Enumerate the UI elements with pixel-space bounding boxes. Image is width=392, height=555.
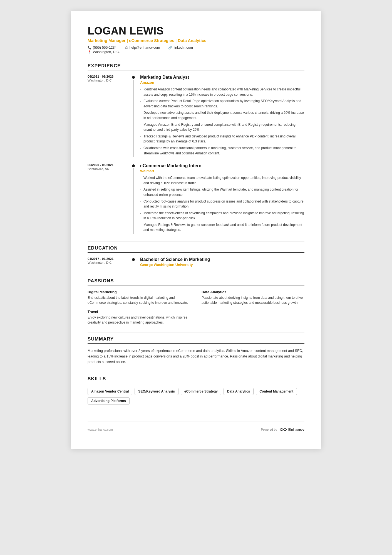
brand-name: Enhancv xyxy=(288,427,304,432)
passion-travel-title: Travel xyxy=(88,310,190,314)
skill-4: Data Analytics xyxy=(224,388,254,395)
logo-icon xyxy=(279,427,287,432)
passion-da-text: Passionate about deriving insights from … xyxy=(202,295,304,305)
skill-6: Advertising Platforms xyxy=(88,397,130,404)
entry-right-2: eCommerce Marketing Intern Walmart Worke… xyxy=(136,163,304,234)
bullet: Tracked Ratings & Reviews and developed … xyxy=(140,134,304,144)
skills-grid: Amazon Vendor Central SEO/Keyword Analys… xyxy=(88,388,304,404)
edu-left-1: 01/2017 - 01/2021 Washington, D.C. xyxy=(88,257,131,267)
passion-digital-marketing: Digital Marketing Enthusiastic about the… xyxy=(88,290,190,305)
skill-2: SEO/Keyword Analysis xyxy=(135,388,178,395)
resume-footer: www.enhancv.com Powered by Enhancv xyxy=(88,421,304,432)
bullet: Developed new advertising assets and led… xyxy=(140,110,304,120)
passion-da-title: Data Analytics xyxy=(202,290,304,294)
entry-dot-line-2 xyxy=(131,163,136,234)
bullet: Identified Amazon content optimization n… xyxy=(140,87,304,97)
email-value: help@enhancv.com xyxy=(130,46,160,50)
phone-icon: 📞 xyxy=(88,46,91,50)
linkedin-value: linkedin.com xyxy=(173,46,193,50)
passions-grid: Digital Marketing Enthusiastic about the… xyxy=(88,290,304,325)
education-entry-1: 01/2017 - 01/2021 Washington, D.C. Bache… xyxy=(88,257,304,267)
email-item: @ help@enhancv.com xyxy=(125,46,160,50)
exp-edu-divider xyxy=(88,241,304,241)
bullet: Collaborated with cross-functional partn… xyxy=(140,145,304,156)
entry-dot-1 xyxy=(132,76,135,79)
footer-url: www.enhancv.com xyxy=(88,428,113,431)
location-icon: 📍 xyxy=(88,50,91,54)
resume: LOGAN LEWIS Marketing Manager | eCommerc… xyxy=(71,11,321,449)
bullet: Managed Amazon Brand Registry and ensure… xyxy=(140,122,304,132)
passions-summary-divider xyxy=(88,332,304,332)
summary-text: Marketing professional with over 2 years… xyxy=(88,348,304,365)
edu-dot-1 xyxy=(132,258,135,261)
passion-travel-text: Enjoy exploring new cultures and travel … xyxy=(88,315,190,325)
candidate-title: Marketing Manager | eCommerce Strategies… xyxy=(88,38,304,43)
entry-left-2: 06/2020 - 05/2021 Bentonville, AR xyxy=(88,163,131,234)
header-divider xyxy=(88,59,304,59)
job2-bullets: Worked with the eCommerce team to evalua… xyxy=(140,175,304,233)
candidate-name: LOGAN LEWIS xyxy=(88,25,304,37)
skill-1: Amazon Vendor Central xyxy=(88,388,132,395)
passion-data-analytics: Data Analytics Passionate about deriving… xyxy=(202,290,304,305)
summary-title: SUMMARY xyxy=(88,336,304,344)
job2-company: Walmart xyxy=(140,169,304,173)
location-item: 📍 Washington, D.C. xyxy=(88,50,120,54)
entry-left-1: 06/2021 - 09/2023 Washington, D.C. xyxy=(88,75,131,157)
location-value: Washington, D.C. xyxy=(93,50,120,54)
bullet: Monitored the effectiveness of advertisi… xyxy=(140,211,304,221)
summary-skills-divider xyxy=(88,372,304,372)
contact-info: 📞 (555) 555-1234 @ help@enhancv.com 🔗 li… xyxy=(88,46,304,50)
linkedin-item: 🔗 linkedin.com xyxy=(168,46,193,50)
skills-title: SKILLS xyxy=(88,376,304,383)
skill-5: Content Management xyxy=(256,388,297,395)
edu1-school: George Washington University xyxy=(140,263,304,267)
experience-title: EXPERIENCE xyxy=(88,63,304,70)
bullet: Worked with the eCommerce team to evalua… xyxy=(140,175,304,186)
job2-location: Bentonville, AR xyxy=(88,167,128,171)
passion-dm-title: Digital Marketing xyxy=(88,290,190,294)
edu1-dates: 01/2017 - 01/2021 xyxy=(88,257,128,260)
passions-section: PASSIONS Digital Marketing Enthusiastic … xyxy=(88,278,304,325)
link-icon: 🔗 xyxy=(168,46,172,50)
bullet: Assisted in setting up new item listings… xyxy=(140,187,304,197)
bullet: Conducted root-cause analysis for produc… xyxy=(140,199,304,209)
entry-line-1 xyxy=(133,80,134,157)
education-section: EDUCATION 01/2017 - 01/2021 Washington, … xyxy=(88,245,304,267)
phone-value: (555) 555-1234 xyxy=(93,46,116,50)
edu-right-1: Bachelor of Science in Marketing George … xyxy=(136,257,304,267)
edu-dot-line-1 xyxy=(131,257,136,267)
job1-company: Amazon xyxy=(140,80,304,85)
job1-dates: 06/2021 - 09/2023 xyxy=(88,75,128,78)
edu1-degree: Bachelor of Science in Marketing xyxy=(140,257,304,262)
education-title: EDUCATION xyxy=(88,245,304,253)
summary-section: SUMMARY Marketing professional with over… xyxy=(88,336,304,365)
skills-section: SKILLS Amazon Vendor Central SEO/Keyword… xyxy=(88,376,304,404)
powered-by-label: Powered by xyxy=(261,428,277,431)
passion-travel: Travel Enjoy exploring new cultures and … xyxy=(88,310,190,325)
entry-dot-2 xyxy=(132,164,135,167)
bullet: Evaluated current Product Detail Page op… xyxy=(140,98,304,109)
passion-dm-text: Enthusiastic about the latest trends in … xyxy=(88,295,190,305)
entry-right-1: Marketing Data Analyst Amazon Identified… xyxy=(136,75,304,157)
job1-bullets: Identified Amazon content optimization n… xyxy=(140,87,304,156)
job2-dates: 06/2020 - 05/2021 xyxy=(88,163,128,167)
experience-section: EXPERIENCE 06/2021 - 09/2023 Washington,… xyxy=(88,63,304,234)
experience-entry-1: 06/2021 - 09/2023 Washington, D.C. Marke… xyxy=(88,75,304,157)
bullet: Managed Ratings & Reviews to gather cust… xyxy=(140,222,304,233)
edu1-location: Washington, D.C. xyxy=(88,261,128,264)
passions-title: PASSIONS xyxy=(88,278,304,285)
job1-location: Washington, D.C. xyxy=(88,79,128,82)
footer-powered: Powered by Enhancv xyxy=(261,427,304,432)
email-icon: @ xyxy=(125,46,128,49)
enhancv-logo: Enhancv xyxy=(279,427,304,432)
entry-line-2 xyxy=(133,168,134,234)
location-row: 📍 Washington, D.C. xyxy=(88,50,304,54)
edu-passions-divider xyxy=(88,274,304,274)
entry-dot-line-1 xyxy=(131,75,136,157)
skill-3: eCommerce Strategy xyxy=(181,388,221,395)
phone-item: 📞 (555) 555-1234 xyxy=(88,46,116,50)
job1-title: Marketing Data Analyst xyxy=(140,75,304,80)
header: LOGAN LEWIS Marketing Manager | eCommerc… xyxy=(88,25,304,54)
experience-entry-2: 06/2020 - 05/2021 Bentonville, AR eComme… xyxy=(88,163,304,234)
job2-title: eCommerce Marketing Intern xyxy=(140,163,304,168)
